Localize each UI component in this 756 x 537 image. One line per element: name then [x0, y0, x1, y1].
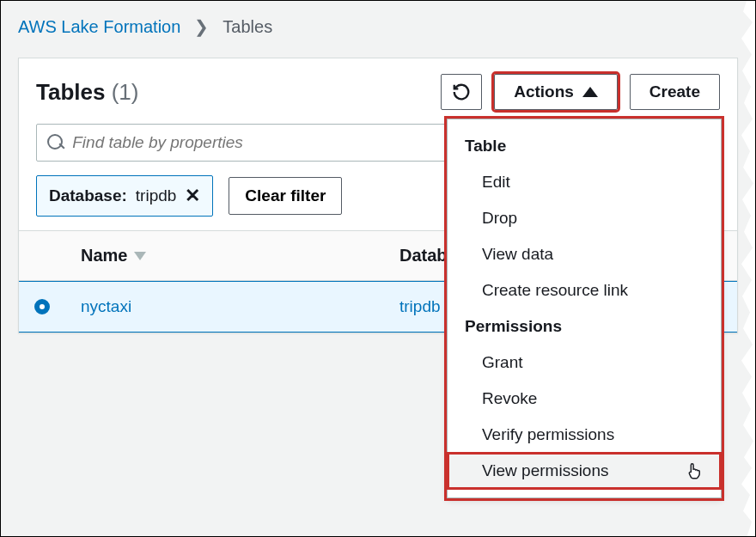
breadcrumb-root-link[interactable]: AWS Lake Formation — [18, 17, 180, 37]
chevron-right-icon: ❯ — [194, 16, 209, 37]
refresh-button[interactable] — [441, 74, 482, 110]
tables-panel: Tables (1) Actions Create Database — [18, 58, 738, 333]
dropdown-item-view-permissions[interactable]: View permissions — [448, 453, 721, 489]
close-icon[interactable]: ✕ — [185, 185, 200, 207]
dropdown-item-view-permissions-label: View permissions — [482, 461, 608, 480]
breadcrumb: AWS Lake Formation ❯ Tables — [1, 1, 755, 46]
caret-up-icon — [582, 87, 598, 97]
panel-header: Tables (1) Actions Create — [19, 58, 737, 119]
breadcrumb-current: Tables — [223, 17, 272, 37]
sort-icon — [134, 252, 146, 260]
dropdown-item-edit[interactable]: Edit — [448, 164, 721, 200]
chip-value: tripdb — [136, 186, 177, 205]
column-header-name-label: Name — [81, 246, 127, 265]
dropdown-item-create-resource-link[interactable]: Create resource link — [448, 272, 721, 308]
page-title: Tables (1) — [36, 79, 138, 106]
radio-selected-icon — [34, 299, 50, 314]
header-buttons: Actions Create — [441, 74, 720, 110]
pointer-cursor-icon — [685, 461, 704, 480]
clear-filter-button[interactable]: Clear filter — [229, 177, 342, 215]
create-button[interactable]: Create — [630, 74, 720, 110]
dropdown-item-verify-permissions[interactable]: Verify permissions — [448, 417, 721, 453]
cell-name[interactable]: nyctaxi — [65, 297, 384, 316]
dropdown-item-drop[interactable]: Drop — [448, 200, 721, 236]
create-label: Create — [649, 82, 700, 101]
dropdown-section-table: Table — [448, 128, 721, 164]
column-header-name[interactable]: Name — [65, 246, 384, 265]
refresh-icon — [452, 82, 471, 101]
row-selector[interactable] — [19, 299, 65, 314]
actions-label: Actions — [514, 82, 574, 101]
actions-dropdown: Table Edit Drop View data Create resourc… — [447, 119, 722, 498]
dropdown-section-permissions: Permissions — [448, 308, 721, 345]
actions-button[interactable]: Actions — [494, 74, 618, 110]
dropdown-item-revoke[interactable]: Revoke — [448, 381, 721, 417]
chip-label: Database: — [49, 186, 127, 205]
search-icon — [47, 134, 64, 151]
title-text: Tables — [36, 79, 105, 105]
title-count: (1) — [112, 79, 139, 105]
dropdown-item-grant[interactable]: Grant — [448, 345, 721, 381]
torn-edge-decoration — [738, 1, 755, 537]
filter-chip-database[interactable]: Database: tripdb ✕ — [36, 175, 213, 217]
dropdown-item-view-data[interactable]: View data — [448, 236, 721, 272]
